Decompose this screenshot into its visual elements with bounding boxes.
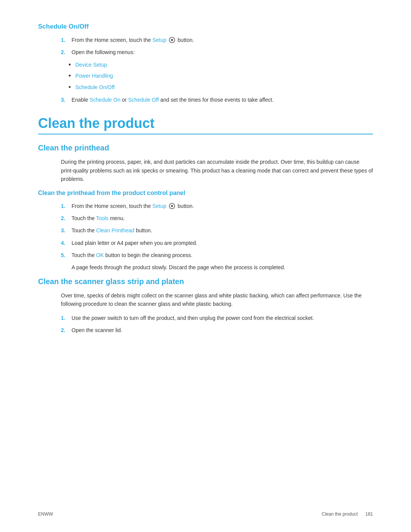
printhead-step-5: 5. Touch the OK button to begin the clea…	[61, 251, 373, 259]
schedule-on-link: Schedule On	[89, 97, 120, 103]
main-heading: Clean the product	[38, 115, 373, 134]
device-setup-link: Device Setup	[75, 61, 107, 69]
ps1-before: From the Home screen, touch the	[72, 203, 152, 209]
ps2-after: menu.	[108, 215, 125, 221]
bullet-device-setup: • Device Setup	[68, 61, 373, 69]
printhead-step-num-1: 1.	[61, 202, 72, 210]
printhead-step-3: 3. Touch the Clean Printhead button.	[61, 226, 373, 235]
step-1-text: From the Home screen, touch the Setup bu…	[72, 36, 373, 44]
schedule-off-link: Schedule Off	[128, 97, 159, 103]
schedule-step-2: 2. Open the following menus:	[61, 48, 373, 56]
printhead-step-4: 4. Load plain letter or A4 paper when yo…	[61, 239, 373, 247]
step3-after: and set the times for those events to ta…	[159, 97, 274, 103]
bullet-dot-1: •	[68, 61, 75, 69]
printhead-note: A page feeds through the product slowly.…	[72, 263, 373, 272]
bullet-dot-2: •	[68, 72, 75, 80]
scanner-step-num-2: 2.	[61, 326, 72, 334]
schedule-bullet-list: • Device Setup • Power Handling • Schedu…	[68, 61, 373, 92]
footer-page-number: 181	[365, 511, 373, 517]
footer: ENWW Clean the product 181	[0, 511, 411, 517]
printhead-step-2: 2. Touch the Tools menu.	[61, 214, 373, 222]
schedule-step3-list: 3. Enable Schedule On or Schedule Off an…	[61, 96, 373, 104]
printhead-step-1-text: From the Home screen, touch the Setup bu…	[72, 202, 373, 210]
step-number-2: 2.	[61, 48, 72, 56]
step-number-1: 1.	[61, 36, 72, 44]
printhead-body: During the printing process, paper, ink,…	[61, 158, 373, 183]
ps5-after: button to begin the cleaning process.	[104, 252, 193, 258]
printhead-panel-heading: Clean the printhead from the product con…	[38, 190, 373, 197]
step-1-before: From the Home screen, touch the	[72, 37, 152, 43]
ps1-after: button.	[178, 203, 194, 209]
setup-link-1: Setup	[152, 37, 166, 43]
printhead-step-3-text: Touch the Clean Printhead button.	[72, 226, 373, 235]
bullet-dot-3: •	[68, 83, 75, 92]
ok-link: OK	[96, 252, 104, 258]
power-handling-link: Power Handling	[75, 72, 113, 80]
step3-before1: Enable	[72, 97, 89, 103]
printhead-step-num-4: 4.	[61, 239, 72, 247]
scanner-step-2: 2. Open the scanner lid.	[61, 326, 373, 334]
footer-right: Clean the product 181	[322, 511, 373, 517]
printhead-step-num-2: 2.	[61, 214, 72, 222]
printhead-steps-list: 1. From the Home screen, touch the Setup…	[61, 202, 373, 260]
step-2-text: Open the following menus:	[72, 48, 373, 56]
schedule-steps-list: 1. From the Home screen, touch the Setup…	[61, 36, 373, 57]
scanner-steps-list: 1. Use the power switch to turn off the …	[61, 314, 373, 335]
ps3-before: Touch the	[72, 227, 96, 233]
printhead-step-4-text: Load plain letter or A4 paper when you a…	[72, 239, 373, 247]
ps2-before: Touch the	[72, 215, 96, 221]
bullet-power-handling: • Power Handling	[68, 72, 373, 80]
setup-icon-2	[169, 203, 175, 209]
clean-printhead-link: Clean Printhead	[96, 227, 134, 233]
scanner-step-1: 1. Use the power switch to turn off the …	[61, 314, 373, 322]
scanner-step-1-text: Use the power switch to turn off the pro…	[72, 314, 373, 322]
step3-between: or	[120, 97, 128, 103]
step-1-after: button.	[178, 37, 194, 43]
ps5-before: Touch the	[72, 252, 96, 258]
tools-link: Tools	[96, 215, 108, 221]
page: Schedule On/Off 1. From the Home screen,…	[0, 0, 411, 532]
svg-point-11	[171, 205, 173, 207]
footer-left: ENWW	[38, 511, 53, 517]
printhead-step-num-3: 3.	[61, 226, 72, 235]
schedule-step-3: 3. Enable Schedule On or Schedule Off an…	[61, 96, 373, 104]
svg-point-1	[171, 39, 173, 41]
scanner-body: Over time, specks of debris might collec…	[61, 291, 373, 308]
step-3-text: Enable Schedule On or Schedule Off and s…	[72, 96, 373, 104]
schedule-step-1: 1. From the Home screen, touch the Setup…	[61, 36, 373, 44]
printhead-step-2-text: Touch the Tools menu.	[72, 214, 373, 222]
schedule-onoff-link: Schedule On/Off	[75, 83, 115, 91]
step-number-3a: 3.	[61, 96, 72, 104]
bullet-schedule-onoff: • Schedule On/Off	[68, 83, 373, 92]
scanner-heading: Clean the scanner glass strip and platen	[38, 277, 373, 286]
setup-icon-1	[169, 37, 175, 43]
printhead-heading: Clean the printhead	[38, 144, 373, 152]
setup-link-2: Setup	[152, 203, 166, 209]
printhead-step-1: 1. From the Home screen, touch the Setup…	[61, 202, 373, 210]
footer-label: Clean the product	[322, 511, 358, 517]
scanner-step-2-text: Open the scanner lid.	[72, 326, 373, 334]
scanner-step-num-1: 1.	[61, 314, 72, 322]
ps3-after: button.	[134, 227, 152, 233]
printhead-step-num-5: 5.	[61, 251, 72, 259]
printhead-step-5-text: Touch the OK button to begin the cleanin…	[72, 251, 373, 259]
schedule-onoff-heading: Schedule On/Off	[38, 23, 373, 30]
